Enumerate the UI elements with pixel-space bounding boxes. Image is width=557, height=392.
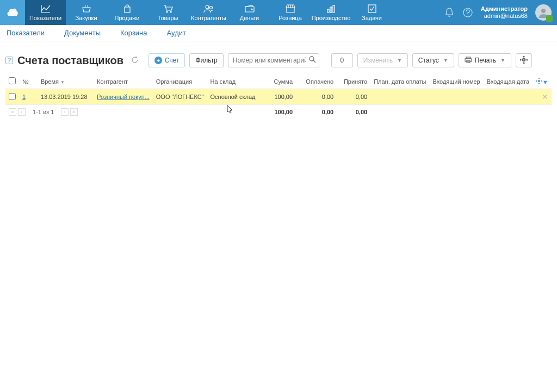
svg-point-4 [209,7,212,9]
col-time[interactable]: Время▼ [38,74,94,89]
basket-icon [82,4,91,14]
search-input[interactable] [228,53,319,67]
new-invoice-button[interactable]: + Счет [148,53,185,67]
svg-rect-5 [245,7,254,12]
sort-desc-icon: ▼ [60,80,65,85]
col-num[interactable]: № [19,74,38,89]
help-icon[interactable] [462,7,473,18]
top-nav: Показатели Закупки Продажи Товары Контра… [0,0,557,25]
tab-documents[interactable]: Документы [62,26,103,40]
svg-point-6 [251,9,252,10]
chart-icon [41,4,51,14]
table-wrap: № Время▼ Контрагент Организация На склад… [0,74,557,119]
caret-icon: ▼ [397,58,402,63]
search-box [228,53,319,67]
logo[interactable] [0,0,25,25]
pager: « ‹ 1-1 из 1 › » [9,108,90,116]
col-received[interactable]: Принято [337,74,370,89]
search-icon[interactable] [309,56,316,65]
tab-audit[interactable]: Аудит [165,26,188,40]
pager-first[interactable]: « [9,108,16,116]
cell-time: 13.03.2019 19:28 [38,89,94,105]
nav-label: Производство [312,15,351,21]
nav-label: Закупки [75,15,97,21]
caret-icon: ▼ [542,79,548,85]
nav-label: Показатели [29,15,61,21]
nav-label: Задачи [362,15,382,21]
total-paid: 0,00 [296,105,337,120]
bell-icon[interactable] [444,7,455,18]
users-icon [203,4,214,14]
store-icon [286,4,295,14]
total-sum: 100,00 [260,105,296,120]
select-all-checkbox[interactable] [9,77,16,84]
nav-retail[interactable]: Розница [270,0,311,25]
col-org[interactable]: Организация [153,74,207,89]
table-row[interactable]: 1 13.03.2019 19:28 Розничный покуп... ОО… [5,89,552,105]
col-contragent[interactable]: Контрагент [94,74,153,89]
help-badge[interactable]: ? [5,57,13,64]
user-email: admin@natus68 [481,13,528,20]
nav-label: Товары [158,15,178,21]
button-label: Статус [418,57,439,64]
print-button[interactable]: Печать ▼ [459,53,511,67]
pager-prev[interactable]: ‹ [18,108,26,116]
tab-indicators[interactable]: Показатели [4,26,47,40]
change-button[interactable]: Изменить ▼ [357,53,408,67]
total-received: 0,00 [337,105,370,120]
col-in-num[interactable]: Входящий номер [429,74,483,89]
nav-goods[interactable]: Товары [147,0,188,25]
nav-tasks[interactable]: Задачи [351,0,392,25]
nav-label: Деньги [240,15,259,21]
cell-received: 0,00 [337,89,370,105]
svg-rect-9 [333,5,335,13]
wallet-icon [245,4,255,14]
nav-production[interactable]: Производство [311,0,351,25]
contragent-link[interactable]: Розничный покуп... [97,94,150,100]
nav-money[interactable]: Деньги [229,0,270,25]
nav-indicators[interactable]: Показатели [25,0,66,25]
svg-point-3 [206,5,209,9]
status-button[interactable]: Статус ▼ [412,53,454,67]
nav-sales[interactable]: Продажи [107,0,147,25]
col-in-date[interactable]: Входящая дата [484,74,533,89]
delete-icon[interactable]: ✕ [542,92,548,101]
user-name: Администратор [481,5,528,13]
refresh-icon[interactable] [131,56,139,65]
col-sum[interactable]: Сумма [260,74,296,89]
cell-sum: 100,00 [260,89,296,105]
button-label: Счет [165,57,180,64]
nav-contragents[interactable]: Контрагенты [188,0,229,25]
avatar[interactable] [535,4,552,21]
nav-purchases[interactable]: Закупки [66,0,107,25]
col-settings[interactable]: ▼ [533,74,552,89]
gear-icon [520,56,528,65]
nav-label: Розница [278,15,302,21]
invoice-link[interactable]: 1 [22,94,26,100]
svg-rect-10 [368,5,376,13]
col-warehouse[interactable]: На склад [207,74,260,89]
sub-nav: Показатели Документы Корзина Аудит [0,25,557,41]
invoices-table: № Время▼ Контрагент Организация На склад… [5,74,552,119]
svg-rect-8 [330,7,332,13]
settings-button[interactable] [516,53,532,67]
svg-point-2 [170,11,171,13]
filter-button[interactable]: Фильтр [189,53,223,67]
button-label: Печать [475,57,496,64]
svg-rect-7 [327,9,329,13]
production-icon [326,4,336,14]
svg-line-14 [313,60,315,63]
user-info[interactable]: Администратор admin@natus68 [481,5,528,20]
plus-icon: + [154,57,162,64]
pager-last[interactable]: » [70,108,78,116]
row-checkbox[interactable] [9,93,16,100]
col-plan-date[interactable]: План. дата оплаты [370,74,429,89]
nav-label: Продажи [115,15,140,21]
bag-icon [123,4,132,14]
svg-rect-0 [125,7,130,13]
pager-next[interactable]: › [61,108,69,116]
caret-icon: ▼ [500,58,505,63]
col-paid[interactable]: Оплачено [296,74,337,89]
tab-trash[interactable]: Корзина [118,26,150,40]
check-icon [368,4,376,14]
